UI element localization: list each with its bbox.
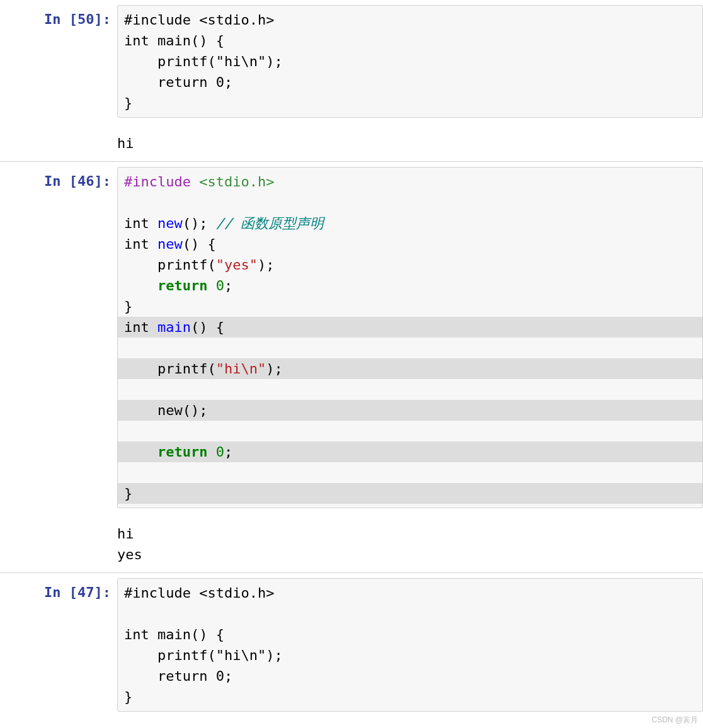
output-cell: hi yes	[0, 513, 703, 572]
stdout-output: hi	[117, 722, 703, 728]
code-cell: In [47]:#include <stdio.h> int main() { …	[0, 573, 703, 717]
input-prompt: In [46]:	[44, 173, 111, 189]
watermark: CSDN @宾月	[651, 714, 698, 725]
code-input[interactable]: #include <stdio.h> int new(); // 函数原型声明 …	[117, 167, 703, 508]
output-cell: hi	[0, 717, 703, 728]
code-cell: In [50]:#include <stdio.h> int main() { …	[0, 0, 703, 123]
code-cell: In [46]:#include <stdio.h> int new(); //…	[0, 162, 703, 513]
input-prompt: In [50]:	[44, 11, 111, 27]
stdout-output: hi yes	[117, 518, 703, 567]
stdout-output: hi	[117, 128, 703, 156]
input-prompt: In [47]:	[44, 584, 111, 600]
output-cell: hi	[0, 123, 703, 161]
code-input[interactable]: #include <stdio.h> int main() { printf("…	[117, 578, 703, 712]
code-input[interactable]: #include <stdio.h> int main() { printf("…	[117, 5, 703, 118]
